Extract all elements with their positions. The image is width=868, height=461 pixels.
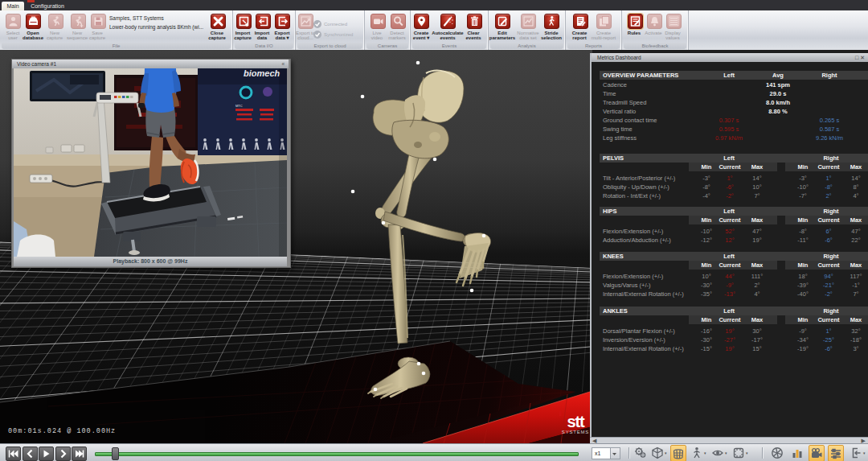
svg-text:SYSTEMS: SYSTEMS [562,430,589,434]
svg-text:stt: stt [567,413,585,430]
svg-text:biomech: biomech [244,68,280,78]
svg-text:MTC: MTC [235,104,243,108]
svg-text:00m:01s.024 @ 100.00Hz: 00m:01s.024 @ 100.00Hz [8,427,116,435]
